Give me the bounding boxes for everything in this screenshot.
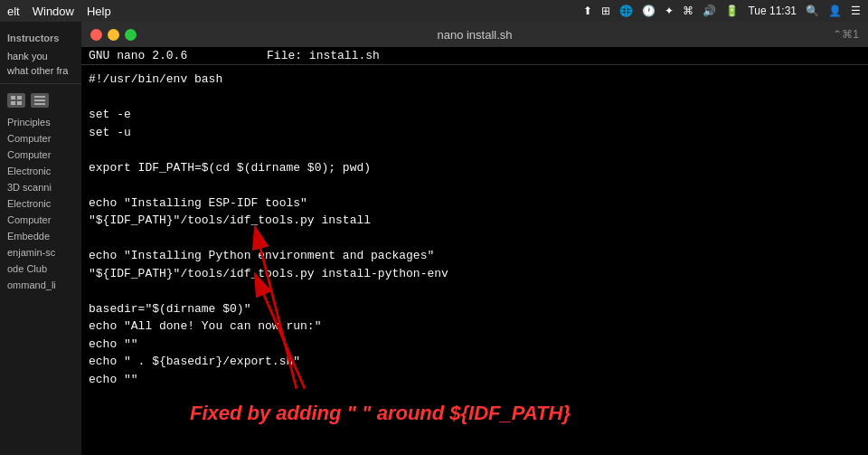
sidebar-divider — [0, 83, 81, 84]
sidebar: Instructors hank you what other fra Prin… — [0, 22, 81, 455]
nano-header-center: File: install.sh — [267, 49, 380, 62]
svg-rect-1 — [17, 96, 22, 100]
annotation-text: Fixed by adding " " around ${IDF_PATH} — [190, 398, 571, 428]
svg-rect-3 — [17, 101, 22, 105]
main-area: Instructors hank you what other fra Prin… — [0, 22, 868, 455]
sidebar-view-icons — [0, 90, 81, 111]
close-button[interactable] — [90, 29, 102, 41]
bluetooth-icon: ✦ — [665, 5, 674, 17]
nano-header-left: GNU nano 2.0.6 — [89, 49, 187, 62]
sidebar-item-9[interactable]: ode Club — [0, 261, 81, 276]
nano-header: GNU nano 2.0.6 File: install.sh — [81, 47, 868, 65]
search-icon[interactable]: 🔍 — [806, 5, 819, 17]
svg-rect-0 — [11, 96, 15, 100]
list-view-icon[interactable] — [31, 93, 49, 108]
maximize-button[interactable] — [125, 29, 137, 41]
svg-rect-6 — [34, 103, 45, 105]
menubar: elt Window Help ⬆ ⊞ 🌐 🕐 ✦ ⌘ 🔊 🔋 Tue 11:3… — [0, 0, 868, 22]
menu-help[interactable]: Help — [87, 5, 111, 18]
sidebar-item-3[interactable]: Electronic — [0, 164, 81, 178]
terminal-window: nano install.sh ⌃⌘1 GNU nano 2.0.6 File:… — [81, 22, 868, 455]
terminal-title: nano install.sh — [437, 28, 512, 42]
sidebar-item-0[interactable]: Principles — [0, 115, 81, 129]
sidebar-item-2[interactable]: Computer — [0, 147, 81, 162]
menubar-left: elt Window Help — [7, 5, 111, 18]
minimize-button[interactable] — [108, 29, 119, 41]
sidebar-item-1[interactable]: Computer — [0, 131, 81, 146]
sidebar-item-8[interactable]: enjamin-sc — [0, 245, 81, 260]
clock: Tue 11:31 — [748, 5, 797, 17]
sidebar-title: Instructors — [0, 29, 81, 49]
grid-view-icon[interactable] — [7, 93, 25, 108]
wifi-icon: ⌘ — [683, 5, 693, 17]
share-icon: ⬆ — [583, 5, 592, 17]
sidebar-item-4[interactable]: 3D scanni — [0, 180, 81, 194]
sidebar-items: Principles Computer Computer Electronic … — [0, 111, 81, 296]
sidebar-item-5[interactable]: Electronic — [0, 196, 81, 211]
grid-icon: ⊞ — [601, 5, 610, 17]
terminal-content[interactable]: #!/usr/bin/env bash set -e set -u export… — [81, 65, 868, 455]
svg-rect-4 — [34, 96, 45, 98]
sidebar-thank-you: hank you — [0, 49, 81, 63]
time-icon: 🕐 — [642, 5, 656, 17]
user-icon: 👤 — [828, 5, 842, 17]
sidebar-item-10[interactable]: ommand_li — [0, 278, 81, 292]
sidebar-item-7[interactable]: Embedde — [0, 229, 81, 243]
terminal-titlebar: nano install.sh ⌃⌘1 — [81, 22, 868, 47]
battery-icon: 🔋 — [725, 5, 739, 17]
menu-icon[interactable]: ☰ — [851, 5, 861, 17]
globe-icon: 🌐 — [619, 5, 633, 17]
menu-elt[interactable]: elt — [7, 5, 20, 18]
menu-window[interactable]: Window — [33, 5, 74, 18]
traffic-lights — [90, 29, 137, 41]
menubar-right: ⬆ ⊞ 🌐 🕐 ✦ ⌘ 🔊 🔋 Tue 11:31 🔍 👤 ☰ — [583, 5, 861, 17]
code-display: #!/usr/bin/env bash set -e set -u export… — [89, 71, 861, 388]
sidebar-item-6[interactable]: Computer — [0, 213, 81, 227]
terminal-shortcut: ⌃⌘1 — [833, 28, 859, 41]
svg-rect-2 — [11, 101, 15, 105]
sound-icon: 🔊 — [703, 5, 716, 17]
sidebar-what-other: what other fra — [0, 63, 81, 78]
svg-rect-5 — [34, 100, 45, 101]
